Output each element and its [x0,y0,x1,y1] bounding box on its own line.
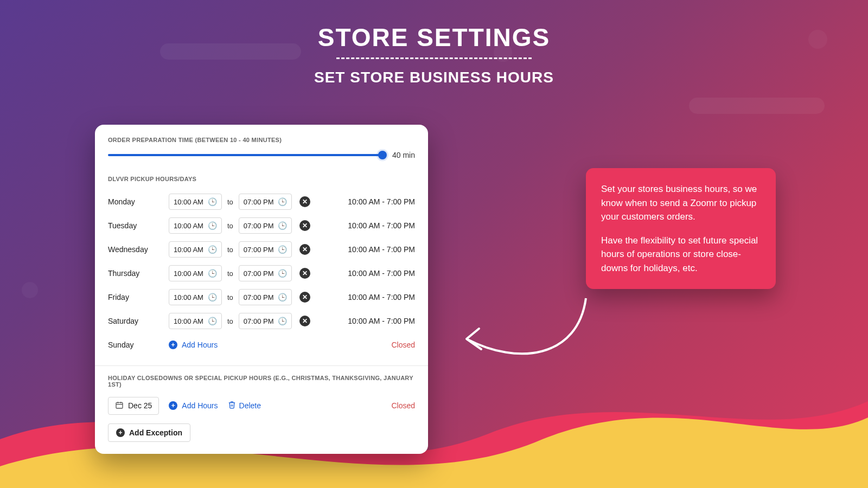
day-label: Tuesday [108,221,169,230]
clock-icon: 🕒 [278,245,287,254]
exception-summary: Closed [391,401,415,410]
clock-icon: 🕒 [208,269,217,278]
close-time-input[interactable]: 07:00 PM🕒 [239,289,292,305]
decor-pill [160,43,301,60]
clock-icon: 🕒 [278,269,287,278]
pickup-hours-label: DLVVR PICKUP HOURS/DAYS [108,176,415,182]
open-time-input[interactable]: 10:00 AM🕒 [169,194,222,210]
decor-circle [808,30,827,49]
clock-icon: 🕒 [278,293,287,301]
clock-icon: 🕒 [208,197,217,206]
close-time-input[interactable]: 07:00 PM🕒 [239,217,292,234]
open-time-input[interactable]: 10:00 AM🕒 [169,217,222,234]
day-label: Wednesday [108,245,169,254]
add-exception-button[interactable]: + Add Exception [108,423,190,442]
open-time-input[interactable]: 10:00 AM🕒 [169,313,222,329]
exceptions-label: HOLIDAY CLOSEDOWNS OR SPECIAL PICKUP HOU… [108,375,415,388]
remove-hours-button[interactable]: ✕ [299,220,310,231]
to-label: to [227,222,233,230]
add-hours-label: Add Hours [182,341,218,349]
close-time-input[interactable]: 07:00 PM🕒 [239,313,292,329]
decor-circle [22,282,38,298]
add-exception-label: Add Exception [129,428,182,437]
remove-hours-button[interactable]: ✕ [299,244,310,255]
day-label: Saturday [108,317,169,325]
clock-icon: 🕒 [208,221,217,230]
plus-icon: + [169,341,177,349]
hours-row: Friday10:00 AM🕒to07:00 PM🕒✕10:00 AM - 7:… [108,285,415,309]
store-settings-card: ORDER PREPARATION TIME (BETWEEN 10 - 40 … [95,125,428,454]
remove-hours-button[interactable]: ✕ [299,316,310,326]
hours-row: Monday10:00 AM🕒to07:00 PM🕒✕10:00 AM - 7:… [108,190,415,214]
close-time-input[interactable]: 07:00 PM🕒 [239,265,292,281]
prep-time-slider[interactable] [108,154,382,156]
open-time-input[interactable]: 10:00 AM🕒 [169,241,222,258]
clock-icon: 🕒 [278,317,287,325]
to-label: to [227,198,233,206]
hours-summary: 10:00 AM - 7:00 PM [348,245,415,254]
svg-rect-0 [116,402,123,408]
info-callout: Set your stores business hours, so we kn… [586,168,776,289]
hours-summary: 10:00 AM - 7:00 PM [348,293,415,301]
trash-icon [228,401,236,410]
remove-hours-button[interactable]: ✕ [299,196,310,207]
close-time-input[interactable]: 07:00 PM🕒 [239,194,292,210]
prep-time-label: ORDER PREPARATION TIME (BETWEEN 10 - 40 … [108,137,415,143]
open-time-input[interactable]: 10:00 AM🕒 [169,265,222,281]
remove-hours-button[interactable]: ✕ [299,292,310,303]
decor-circle [494,43,512,62]
close-time-input[interactable]: 07:00 PM🕒 [239,241,292,258]
hours-row: Thursday10:00 AM🕒to07:00 PM🕒✕10:00 AM - … [108,261,415,285]
to-label: to [227,269,233,278]
slider-thumb[interactable] [378,151,387,159]
exception-delete-button[interactable]: Delete [228,401,261,410]
callout-arrow-icon [453,293,594,380]
exception-date-button[interactable]: Dec 25 [108,397,159,415]
day-label: Friday [108,293,169,301]
hours-summary: 10:00 AM - 7:00 PM [348,197,415,206]
to-label: to [227,293,233,301]
callout-text-2: Have the flexibility to set future speci… [601,234,761,275]
open-time-input[interactable]: 10:00 AM🕒 [169,289,222,305]
hours-summary: 10:00 AM - 7:00 PM [348,269,415,278]
delete-label: Delete [239,401,261,410]
day-label: Monday [108,197,169,206]
exception-add-hours-button[interactable]: + Add Hours [169,401,218,410]
plus-icon: + [116,428,125,437]
hours-summary: 10:00 AM - 7:00 PM [348,317,415,325]
hours-row: Saturday10:00 AM🕒to07:00 PM🕒✕10:00 AM - … [108,309,415,333]
clock-icon: 🕒 [208,317,217,325]
to-label: to [227,317,233,325]
page-subtitle: SET STORE BUSINESS HOURS [0,69,868,86]
remove-hours-button[interactable]: ✕ [299,268,310,279]
clock-icon: 🕒 [208,245,217,254]
to-label: to [227,246,233,254]
calendar-icon [115,401,124,411]
decor-pill [689,98,825,114]
day-label: Thursday [108,269,169,278]
page-title: STORE SETTINGS [0,23,868,52]
exception-date-value: Dec 25 [128,401,152,410]
hours-summary: 10:00 AM - 7:00 PM [348,221,415,230]
clock-icon: 🕒 [278,197,287,206]
hours-row: Wednesday10:00 AM🕒to07:00 PM🕒✕10:00 AM -… [108,237,415,261]
callout-text-1: Set your stores business hours, so we kn… [601,182,761,224]
hours-summary: Closed [391,341,415,349]
add-hours-label: Add Hours [182,401,218,410]
prep-time-value: 40 min [392,151,415,159]
clock-icon: 🕒 [208,293,217,301]
day-label: Sunday [108,341,169,349]
clock-icon: 🕒 [278,221,287,230]
section-divider [95,365,428,366]
add-hours-button[interactable]: + Add Hours [169,341,218,349]
plus-icon: + [169,401,177,410]
hours-row: Tuesday10:00 AM🕒to07:00 PM🕒✕10:00 AM - 7… [108,214,415,237]
